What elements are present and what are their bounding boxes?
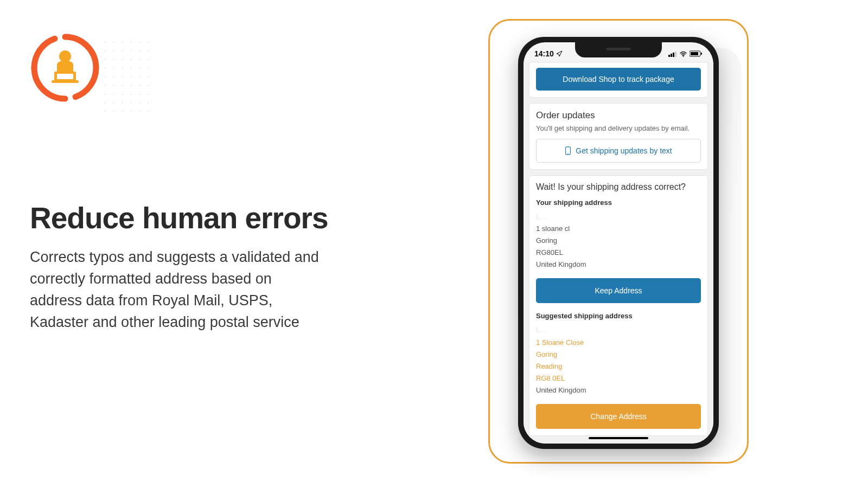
your-line4: United Kingdom [536, 259, 701, 271]
your-line3: RG80EL [536, 247, 701, 259]
download-card: Download Shop to track package [529, 62, 708, 98]
sug-line2: Goring [536, 349, 701, 361]
suggested-address-block: L.... 1 Sloane Close Goring Reading RG8 … [536, 324, 701, 396]
your-address-label: Your shipping address [536, 198, 701, 207]
battery-icon [690, 50, 703, 57]
sug-name: L.... [536, 324, 701, 336]
wifi-icon [679, 51, 687, 57]
sug-line3: Reading [536, 361, 701, 373]
your-name: L.... [536, 211, 701, 223]
svg-point-0 [59, 50, 71, 62]
svg-rect-2 [52, 80, 79, 83]
order-updates-title: Order updates [536, 110, 701, 121]
svg-rect-3 [57, 74, 73, 79]
dots-pattern [100, 38, 149, 119]
phone-frame-container: 14:10 [488, 19, 749, 464]
location-arrow-icon [556, 50, 563, 57]
svg-rect-10 [691, 52, 698, 55]
svg-rect-7 [675, 52, 676, 57]
page-heading: Reduce human errors [30, 201, 328, 235]
sug-line5: United Kingdom [536, 384, 701, 396]
order-updates-subtitle: You'll get shipping and delivery updates… [536, 124, 701, 132]
page-description: Corrects typos and suggests a validated … [30, 247, 323, 333]
text-updates-label: Get shipping updates by text [576, 146, 672, 155]
address-check-title: Wait! Is your shipping address correct? [536, 182, 701, 192]
feature-icon-container [30, 33, 122, 114]
svg-rect-5 [671, 54, 672, 57]
order-updates-card: Order updates You'll get shipping and de… [529, 103, 708, 170]
phone-content: Download Shop to track package Order upd… [524, 62, 713, 444]
home-indicator [589, 437, 648, 439]
sug-line4: RG8 0EL [536, 373, 701, 384]
change-address-button[interactable]: Change Address [536, 404, 701, 429]
phone-device: 14:10 [518, 37, 719, 449]
your-address-block: L.... 1 sloane cl Goring RG80EL United K… [536, 211, 701, 271]
suggested-address-label: Suggested shipping address [536, 312, 701, 320]
status-time: 14:10 [534, 49, 554, 58]
phone-notch [575, 42, 662, 57]
svg-rect-6 [673, 53, 674, 57]
status-icons [668, 50, 703, 57]
svg-rect-11 [701, 53, 702, 55]
phone-screen: 14:10 [524, 42, 713, 444]
your-line1: 1 sloane cl [536, 223, 701, 235]
your-line2: Goring [536, 235, 701, 247]
svg-point-8 [683, 55, 684, 56]
svg-point-13 [568, 153, 569, 153]
download-shop-button[interactable]: Download Shop to track package [536, 68, 701, 91]
text-updates-button[interactable]: Get shipping updates by text [536, 139, 701, 163]
signal-icon [668, 51, 677, 57]
sug-line1: 1 Sloane Close [536, 337, 701, 349]
mobile-phone-icon [565, 146, 571, 155]
status-time-container: 14:10 [534, 49, 563, 58]
person-laptop-icon [30, 33, 100, 103]
keep-address-button[interactable]: Keep Address [536, 278, 701, 303]
svg-rect-4 [668, 55, 670, 57]
address-check-card: Wait! Is your shipping address correct? … [529, 175, 708, 436]
